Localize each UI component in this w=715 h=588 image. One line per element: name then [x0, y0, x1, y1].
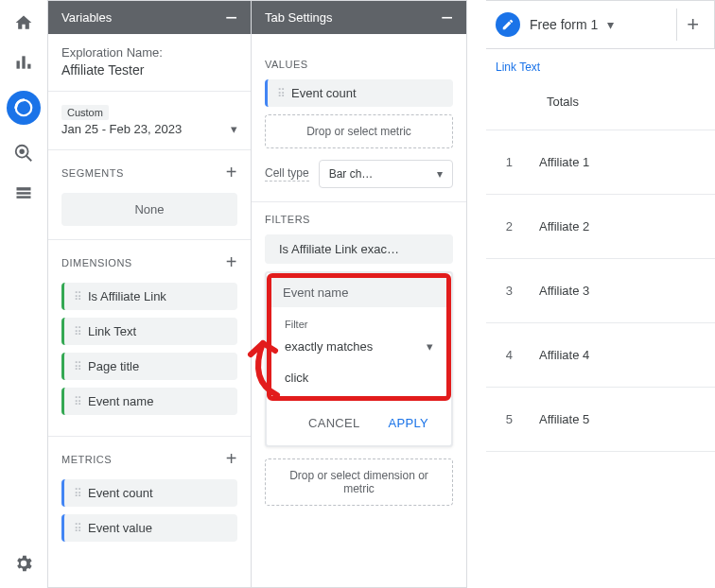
filter-condition-select[interactable]: exactly matches ▾ [285, 339, 433, 354]
dimension-label: Is Affiliate Link [88, 289, 166, 303]
metric-chip[interactable]: ⠿Event count [61, 479, 237, 507]
table-row[interactable]: 5Affiliate 5 [486, 388, 715, 452]
drag-handle-icon: ⠿ [74, 395, 80, 408]
filter-chip-label: Is Affiliate Link exac… [279, 242, 399, 256]
add-tab-icon[interactable]: + [676, 9, 708, 41]
metrics-section: METRICS + ⠿Event count ⠿Event value [48, 437, 251, 562]
reports-icon[interactable] [12, 51, 35, 74]
dimension-label: Event name [88, 394, 153, 408]
dimension-label: Link Text [88, 324, 136, 338]
explore-icon[interactable] [7, 91, 41, 125]
date-range-section[interactable]: Custom Jan 25 - Feb 23, 2023 ▾ [48, 92, 251, 150]
drag-handle-icon: ⠿ [74, 522, 80, 535]
chevron-down-icon: ▾ [427, 339, 433, 354]
value-chip[interactable]: ⠿Event count [265, 79, 453, 107]
tab-settings-title: Tab Settings [265, 10, 333, 25]
cell-type-value: Bar ch… [329, 167, 374, 181]
metric-label: Event value [88, 521, 152, 535]
svg-rect-2 [27, 64, 30, 69]
row-label: Affiliate 5 [539, 412, 589, 426]
chevron-down-icon: ▾ [231, 122, 237, 136]
row-number: 3 [496, 284, 513, 298]
variables-header: Variables − [48, 1, 251, 34]
add-segment-icon[interactable]: + [226, 162, 237, 183]
table-row[interactable]: 4Affiliate 4 [486, 323, 715, 388]
collapse-icon[interactable]: − [441, 13, 453, 23]
filters-drop-area[interactable]: Drop or select dimension or metric [265, 458, 453, 506]
segments-none[interactable]: None [61, 193, 237, 226]
table-row[interactable]: 3Affiliate 3 [486, 259, 715, 323]
cell-type-select[interactable]: Bar ch… ▾ [319, 160, 453, 188]
row-label: Affiliate 4 [539, 348, 589, 362]
nav-rail [0, 0, 47, 588]
date-preset: Custom [61, 105, 109, 120]
pencil-icon [496, 12, 520, 37]
tab-label: Free form 1 [530, 17, 598, 32]
filters-title: FILTERS [265, 214, 310, 225]
svg-rect-7 [17, 192, 31, 195]
svg-rect-0 [17, 61, 20, 68]
chevron-down-icon: ▾ [437, 167, 443, 181]
cell-type-label: Cell type [265, 166, 309, 182]
filter-body-label: Filter [285, 319, 433, 330]
cancel-button[interactable]: CANCEL [297, 410, 372, 436]
segments-title: SEGMENTS [61, 167, 124, 179]
dimension-chip[interactable]: ⠿Is Affiliate Link [61, 283, 237, 310]
table-row[interactable]: 2Affiliate 2 [486, 195, 715, 259]
segments-section: SEGMENTS + None [48, 150, 251, 240]
drag-handle-icon: ⠿ [74, 290, 80, 303]
filter-condition: exactly matches [285, 339, 373, 354]
exploration-name[interactable]: Affiliate Tester [61, 62, 237, 78]
row-number: 4 [496, 348, 513, 362]
metric-label: Event count [88, 486, 153, 500]
dimension-chip[interactable]: ⠿Event name [61, 388, 237, 415]
collapse-icon[interactable]: − [225, 13, 237, 23]
row-number: 2 [496, 219, 513, 233]
dimension-label: Page title [88, 359, 139, 373]
svg-rect-1 [22, 56, 25, 68]
totals-row: Totals [486, 81, 715, 130]
add-dimension-icon[interactable]: + [226, 251, 237, 273]
advertising-icon[interactable] [12, 142, 35, 164]
chevron-down-icon[interactable]: ▾ [607, 17, 614, 32]
row-label: Affiliate 3 [539, 284, 589, 298]
row-label: Affiliate 2 [539, 219, 589, 233]
add-metric-icon[interactable]: + [226, 448, 237, 470]
filter-editor: Event name Filter exactly matches ▾ clic… [265, 271, 453, 447]
exploration-label: Exploration Name: [61, 45, 237, 60]
metrics-title: METRICS [61, 454, 112, 465]
preview-panel: Free form 1 ▾ + Link Text Totals 1Affili… [467, 0, 715, 588]
tab-settings-header: Tab Settings − [252, 1, 466, 34]
tab-free-form[interactable]: Free form 1 ▾ [486, 7, 623, 43]
variables-title: Variables [61, 10, 112, 25]
dimensions-title: DIMENSIONS [61, 257, 132, 268]
metric-chip[interactable]: ⠿Event value [61, 514, 237, 542]
cell-type-row: Cell type Bar ch… ▾ [265, 160, 453, 188]
home-icon[interactable] [12, 11, 35, 34]
value-label: Event count [291, 86, 357, 100]
drag-handle-icon: ⠿ [74, 360, 80, 373]
svg-point-5 [20, 149, 24, 153]
filter-field-name[interactable]: Event name [271, 278, 446, 307]
table-row[interactable]: 1Affiliate 1 [486, 130, 715, 195]
drag-handle-icon: ⠿ [74, 487, 80, 500]
column-header[interactable]: Link Text [486, 49, 715, 81]
date-range: Jan 25 - Feb 23, 2023 [61, 122, 182, 136]
filter-value-input[interactable]: click [285, 371, 433, 385]
apply-button[interactable]: APPLY [377, 410, 440, 436]
dimension-chip[interactable]: ⠿Link Text [61, 318, 237, 345]
dimension-chip[interactable]: ⠿Page title [61, 353, 237, 380]
filter-chip[interactable]: Is Affiliate Link exac… [265, 234, 453, 264]
configure-icon[interactable] [12, 182, 35, 204]
svg-rect-8 [17, 196, 31, 199]
values-section: VALUES ⠿Event count Drop or select metri… [252, 34, 466, 202]
row-number: 1 [496, 155, 513, 169]
drag-handle-icon: ⠿ [74, 325, 80, 338]
tab-bar: Free form 1 ▾ + [486, 0, 715, 49]
drag-handle-icon: ⠿ [277, 87, 284, 100]
svg-rect-6 [17, 187, 31, 190]
exploration-name-section: Exploration Name: Affiliate Tester [48, 34, 251, 92]
row-label: Affiliate 1 [539, 155, 589, 169]
admin-gear-icon[interactable] [12, 552, 35, 575]
values-drop-area[interactable]: Drop or select metric [265, 114, 453, 148]
